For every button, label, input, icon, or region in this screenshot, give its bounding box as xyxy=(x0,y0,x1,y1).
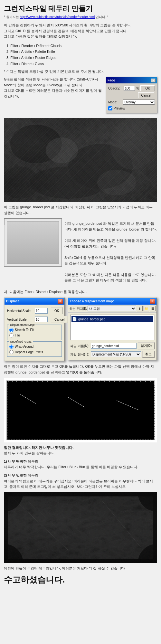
file-dialog: choose a displacement map: × 찾는 위치(I): 내… xyxy=(68,297,157,360)
displace-close-btn[interactable]: × xyxy=(58,299,63,304)
file-dialog-title: choose a displacement map: xyxy=(70,299,114,304)
preview-row: Preview xyxy=(108,106,155,111)
result-subtitle: 먼저 두 가지 경우를 살펴봅니다. xyxy=(4,451,55,455)
displace-cancel-btn[interactable]: Cancel xyxy=(51,316,68,323)
dialogs-row: Displace × Horizontal Scale OK Vertical … xyxy=(4,297,157,361)
up-btn[interactable]: ⬆ xyxy=(137,306,143,311)
stretch-row: Stretch To Fit xyxy=(9,327,60,332)
stretch-radio[interactable] xyxy=(9,328,14,332)
section3-right: 이제 grunge_border.psd 와 똑같은 크기의 새 문서를 만듭니… xyxy=(64,218,157,286)
result-case2: 2) 너무 밋밋한 테두리 여러분의 역량으로 이 테두리를 꾸미십시오! 여러… xyxy=(4,473,157,490)
step-2: 2. Filter › Artistic › Palette Knife xyxy=(6,49,157,55)
mode-row: Mode: Overlay xyxy=(108,99,155,105)
file-icon: 📄 xyxy=(72,316,77,322)
grunge-image-large xyxy=(4,118,157,202)
ok-button[interactable]: OK xyxy=(140,85,155,91)
displacement-map-group: Displacement Map: Stretch To Fit Tile xyxy=(7,325,62,340)
s3r-line1: 이제 grunge_border.psd 와 똑같은 크기의 새 문서를 만듭니… xyxy=(64,222,157,231)
result-title-bold: 일단 결과입니다. 하지만 너무나 밋밋합니다. xyxy=(4,446,73,450)
fade-dialog-body: Opacity: % OK Cancel Mode: Overlay xyxy=(106,83,157,113)
subtitle-suffix: 입니다. * xyxy=(96,15,108,19)
v-scale-label: Vertical Scale xyxy=(7,317,33,322)
svg-rect-8 xyxy=(4,219,62,267)
svg-rect-0 xyxy=(4,118,157,202)
preview-label: Preview xyxy=(114,106,125,111)
svg-point-1 xyxy=(10,125,62,163)
section3-left xyxy=(4,218,62,267)
repeat-radio[interactable] xyxy=(9,350,14,354)
svg-point-7 xyxy=(97,170,136,195)
opacity-input[interactable] xyxy=(124,86,135,91)
displace-dialog: Displace × Horizontal Scale OK Vertical … xyxy=(4,297,65,361)
step-1: 1. Filter › Render › Different Clouds xyxy=(6,43,157,49)
repeat-label: Repeat Edge Pixels xyxy=(15,350,43,355)
lookin-select[interactable]: 내 그림 xyxy=(88,306,136,311)
cancel-row: Cancel xyxy=(108,92,155,98)
h-scale-label: Horizontal Scale xyxy=(7,308,33,313)
page-title: 그런지스타일 테두리 만들기 xyxy=(4,3,157,14)
result-case1: 1) 너무 딱딱한 테두리 테두리가 너무 딱딱합니다. 우리는 Filter … xyxy=(4,459,157,470)
filename-input[interactable] xyxy=(91,343,137,349)
page-wrapper: 그런지스타일 테두리 만들기 * 원가자는 http://www.dubtast… xyxy=(0,0,161,589)
intro-para2: 그리고 Ctrl+D 를 눌러서 전경색을 검은색, 배경색을 하얀색으로 만들… xyxy=(4,29,128,33)
filetype-select[interactable]: Displacement Map (*.PSD) xyxy=(91,351,141,357)
cancel-btn[interactable]: 취소 xyxy=(142,351,155,358)
s3r-line2: 이제 새 레이어 위에 왼쪽과 같은 선택 영역을 지정 합니다. (꼭 정확할… xyxy=(64,239,156,248)
case2-text: 여러분의 역량으로 이 테두리를 꾸미십시오! 여러분이 다운받은 브러쉬를 아… xyxy=(4,479,153,489)
filetype-label: 파일 형식(T): xyxy=(70,352,90,357)
tile-label: Tile xyxy=(15,333,20,338)
case1-text: 테두리가 너무 딱딱합니다. 우리는 Filter › Blur › Blur … xyxy=(4,465,138,469)
case2-title: 2) 너무 밋밋한 테두리 xyxy=(4,473,38,477)
svg-rect-10 xyxy=(4,219,62,267)
file-dialog-close-btn[interactable]: × xyxy=(150,299,155,304)
opacity-unit: % xyxy=(136,86,139,91)
tile-row: Tile xyxy=(9,333,60,338)
new-folder-btn[interactable]: 📁 xyxy=(143,306,149,311)
opacity-label: Opacity: xyxy=(108,86,122,91)
ending-big: 수고하셨습니다. xyxy=(4,573,157,586)
steps-list: 1. Filter › Render › Different Clouds 2.… xyxy=(6,43,157,67)
wrap-radio[interactable] xyxy=(9,345,14,349)
displace-body: Horizontal Scale OK Vertical Scale Cance… xyxy=(5,305,64,361)
open-btn[interactable]: 열기(O) xyxy=(138,342,155,349)
subtitle: * 원가자는 http://www.dubtastic.com/tutorial… xyxy=(4,14,157,19)
subtitle-prefix: * 원가자는 xyxy=(4,15,19,19)
section3-right-text: 이제 grunge_border.psd 와 똑같은 크기의 새 문서를 만듭니… xyxy=(64,221,157,283)
filetype-row: 파일 형식(T): Displacement Map (*.PSD) 취소 xyxy=(70,351,155,358)
displace-ok-btn[interactable]: OK xyxy=(51,307,62,314)
grunge-svg xyxy=(4,118,157,202)
file-list-item[interactable]: 📄 grunge_border.psd xyxy=(71,316,153,322)
preview-checkbox[interactable] xyxy=(108,106,112,110)
tile-radio[interactable] xyxy=(9,333,14,337)
fade-section: Fade × Opacity: % OK Cancel Mode: xyxy=(4,77,157,116)
fade-dialog-close-btn[interactable]: × xyxy=(151,79,156,82)
fade-dialog: Fade × Opacity: % OK Cancel Mode: xyxy=(106,77,157,113)
opacity-row: Opacity: % OK xyxy=(108,85,155,91)
file-list-item-name: grunge_border.psd xyxy=(78,317,105,322)
stretch-label: Stretch To Fit xyxy=(15,327,34,332)
cancel-button[interactable]: Cancel xyxy=(138,92,154,98)
svg-point-6 xyxy=(46,137,78,163)
intro-section: 이 강좌를 진행하기 위해서 먼저 500*500 사이즈의 흰 바탕의 그림을… xyxy=(4,23,157,40)
mode-select[interactable]: Overlay xyxy=(123,99,155,105)
h-scale-input[interactable] xyxy=(35,308,48,314)
v-scale-row: Vertical Scale Cancel xyxy=(7,316,62,323)
displace-title: Displace xyxy=(6,299,19,304)
grunge-frame-preview xyxy=(4,218,62,267)
lookin-label: 찾는 위치(I): xyxy=(69,306,87,311)
file-list: 📄 grunge_border.psd xyxy=(70,315,155,340)
step-3: 3. Filter › Artistic › Poster Edges xyxy=(6,55,157,61)
subtitle-link[interactable]: http://www.dubtastic.com/tutorials/borde… xyxy=(20,15,95,19)
displace-titlebar: Displace × xyxy=(5,298,64,305)
grunge-final-svg xyxy=(4,492,157,563)
view-btn[interactable]: ☰ xyxy=(150,306,156,311)
displace-title: 자, 다음에는 Filter › Distort › Displace 를 적용… xyxy=(4,289,157,295)
repeat-row: Repeat Edge Pixels xyxy=(9,350,60,355)
s3r-line4: 여러분은 포한 그 색 대신 다른 색을 사용할 수도 있습니다. 물론 그 색… xyxy=(64,273,156,282)
svg-point-5 xyxy=(4,166,39,199)
intro-para3: 그리고 다음과 같은 필터를 차례로 실행합니다: xyxy=(4,34,77,38)
intro-para1: 이 강좌를 진행하기 위해서 먼저 500*500 사이즈의 흰 바탕의 그림을… xyxy=(4,23,131,27)
v-scale-input[interactable] xyxy=(35,317,48,322)
fade-dialog-title: Fade xyxy=(108,78,115,83)
note: * 수치는 특별히 조정하실 것 없이 기본값으로 해 주시면 됩니다. xyxy=(4,69,157,74)
